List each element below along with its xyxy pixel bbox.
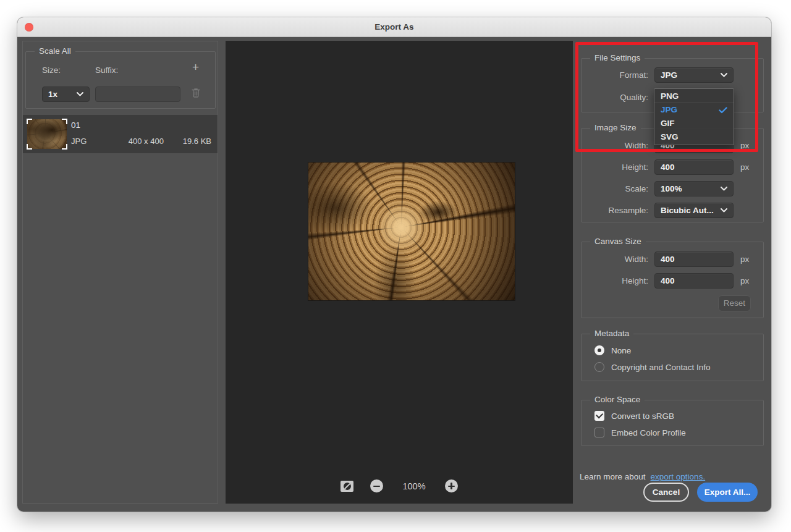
format-option-png[interactable]: PNG — [654, 90, 734, 103]
export-options-link[interactable]: export options. — [651, 472, 706, 481]
scale-value: 100% — [661, 182, 682, 196]
format-option-jpg[interactable]: JPG — [654, 103, 734, 117]
image-height-value: 400 — [661, 163, 675, 172]
resample-label: Resample: — [582, 203, 648, 218]
trash-icon — [192, 88, 200, 98]
delete-scale-button[interactable] — [192, 88, 200, 98]
canvas-width-label: Width: — [582, 251, 648, 267]
canvas-size-legend: Canvas Size — [590, 237, 646, 246]
checkbox-unchecked-icon — [594, 428, 604, 437]
convert-srgb-option[interactable]: Convert to sRGB — [594, 410, 674, 421]
format-option-label: SVG — [661, 130, 679, 144]
file-dimensions: 400 x 400 — [109, 137, 183, 146]
zoom-toolbar: 100% — [226, 479, 573, 492]
file-name: 01 — [71, 120, 80, 130]
width-label: Width: — [582, 138, 648, 153]
wood-thumbnail-image — [27, 119, 67, 149]
height-unit: px — [740, 159, 749, 175]
canvas-height-input[interactable]: 400 — [654, 273, 734, 289]
format-label: Format: — [582, 67, 648, 83]
zoom-level: 100% — [400, 481, 428, 491]
scale-all-section: Scale All Size: Suffix: + 1x — [25, 51, 216, 109]
format-select[interactable]: JPG — [654, 67, 734, 83]
format-option-svg[interactable]: SVG — [654, 130, 734, 144]
color-space-section: Color Space Convert to sRGB Embed Color … — [581, 400, 764, 446]
chevron-down-icon — [721, 187, 727, 191]
selection-corner-icon — [62, 144, 67, 150]
quality-label: Quality: — [582, 90, 648, 105]
preview-canvas: 100% — [226, 41, 573, 504]
canvas-size-section: Canvas Size Width: 400 px Height: 400 px… — [581, 242, 764, 318]
chevron-down-icon — [721, 73, 727, 77]
resample-value: Bicubic Aut... — [661, 203, 714, 217]
format-option-gif[interactable]: GIF — [654, 117, 734, 130]
image-size-legend: Image Size — [590, 123, 641, 132]
metadata-legend: Metadata — [590, 329, 633, 338]
image-height-input[interactable]: 400 — [654, 159, 734, 175]
scale-all-legend: Scale All — [35, 46, 75, 56]
checkbox-checked-icon — [594, 411, 604, 421]
radio-unselected-icon — [594, 362, 604, 372]
title-bar: Export As — [17, 17, 771, 37]
selection-corner-icon — [27, 144, 32, 150]
file-size: 19.6 KB — [183, 137, 211, 146]
format-value: JPG — [661, 68, 677, 82]
export-all-button[interactable]: Export All... — [697, 483, 758, 502]
width-unit: px — [740, 138, 749, 153]
learn-more-label: Learn more about — [580, 472, 646, 481]
scale-select[interactable]: 100% — [654, 181, 734, 196]
metadata-section: Metadata None Copyright and Contact Info — [581, 334, 764, 381]
format-option-label: PNG — [661, 90, 679, 103]
zoom-out-button[interactable] — [370, 479, 383, 492]
color-space-option-label: Convert to sRGB — [611, 412, 674, 421]
chevron-down-icon — [721, 208, 727, 213]
suffix-label: Suffix: — [95, 65, 118, 75]
export-as-dialog: Export As Scale All Size: Suffix: + 1x — [17, 17, 771, 512]
selection-corner-icon — [27, 119, 32, 124]
metadata-option-label: None — [611, 346, 631, 355]
file-settings-legend: File Settings — [590, 53, 645, 62]
file-format: JPG — [71, 137, 109, 146]
canvas-width-unit: px — [740, 251, 749, 267]
file-meta: JPG 400 x 400 19.6 KB — [71, 137, 211, 146]
canvas-width-input[interactable]: 400 — [654, 251, 734, 267]
cancel-button[interactable]: Cancel — [643, 483, 689, 502]
format-option-label: JPG — [661, 103, 677, 117]
fit-to-view-button[interactable] — [341, 481, 353, 492]
scale-size-select[interactable]: 1x — [42, 87, 90, 102]
canvas-height-unit: px — [740, 273, 749, 289]
suffix-input[interactable] — [95, 87, 180, 102]
canvas-height-label: Height: — [582, 273, 648, 289]
metadata-option-copyright[interactable]: Copyright and Contact Info — [594, 361, 711, 373]
metadata-option-label: Copyright and Contact Info — [611, 363, 711, 372]
window-title: Export As — [17, 22, 771, 32]
color-space-option-label: Embed Color Profile — [611, 428, 686, 437]
reset-button[interactable]: Reset — [718, 295, 751, 311]
format-dropdown-menu: PNG JPG GIF SVG — [654, 88, 734, 145]
canvas-height-value: 400 — [661, 276, 675, 285]
radio-selected-icon — [594, 345, 604, 355]
preview-image[interactable] — [308, 163, 515, 300]
metadata-option-none[interactable]: None — [594, 345, 631, 356]
selection-corner-icon — [62, 119, 67, 124]
height-label: Height: — [582, 159, 648, 175]
embed-profile-option[interactable]: Embed Color Profile — [594, 427, 686, 438]
format-option-label: GIF — [661, 117, 675, 130]
export-file-row[interactable]: 01 JPG 400 x 400 19.6 KB — [23, 115, 218, 153]
file-thumbnail — [27, 119, 67, 149]
fit-icon — [344, 483, 351, 490]
check-icon — [719, 107, 727, 114]
scale-size-value: 1x — [48, 90, 57, 99]
resample-select[interactable]: Bicubic Aut... — [654, 203, 734, 218]
scale-label: Scale: — [582, 181, 648, 196]
export-items-panel: Scale All Size: Suffix: + 1x — [22, 41, 218, 504]
canvas-width-value: 400 — [661, 255, 675, 264]
size-label: Size: — [42, 65, 61, 75]
color-space-legend: Color Space — [590, 395, 645, 404]
add-scale-button[interactable]: + — [192, 61, 199, 73]
zoom-in-button[interactable] — [445, 479, 458, 492]
chevron-down-icon — [77, 92, 83, 96]
learn-more-text: Learn more aboutexport options. — [580, 472, 705, 481]
